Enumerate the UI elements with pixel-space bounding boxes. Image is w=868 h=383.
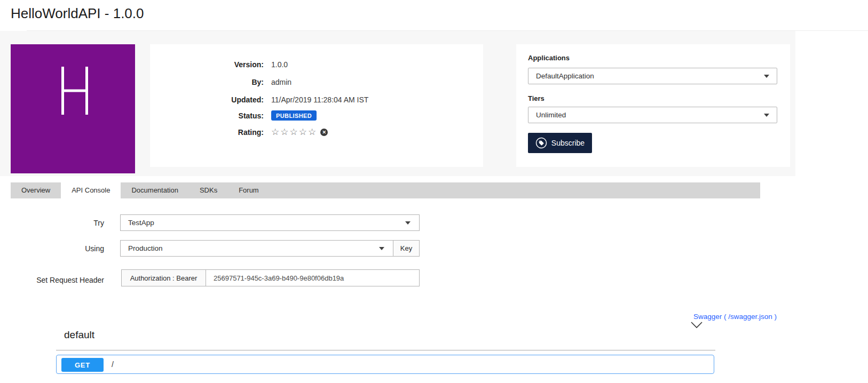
operation-path: /	[112, 360, 114, 369]
try-selected-value: TestApp	[128, 219, 154, 227]
api-info-card: Version:1.0.0 By:admin Updated:11/Apr/20…	[150, 44, 483, 167]
api-thumbnail	[11, 44, 135, 173]
request-header-box: Authorization : Bearer	[121, 269, 420, 286]
version-label: Version:	[150, 60, 264, 69]
key-button[interactable]: Key	[393, 240, 420, 257]
try-application-select[interactable]: TestApp	[120, 214, 420, 231]
chevron-down-icon[interactable]	[691, 321, 703, 331]
resource-section-title: default	[64, 329, 94, 341]
swagger-json-link[interactable]: Swagger ( /swagger.json )	[693, 313, 777, 321]
by-value: admin	[271, 78, 291, 86]
applications-select[interactable]: DefaultApplication	[528, 68, 777, 84]
tiers-selected-value: Unlimited	[536, 111, 566, 119]
authorization-header-name: Authorization : Bearer	[122, 270, 206, 286]
try-label: Try	[0, 219, 104, 227]
using-label: Using	[0, 244, 104, 253]
tab-sdks[interactable]: SDKs	[189, 182, 228, 198]
info-row-rating: Rating:☆☆☆☆☆✕	[150, 126, 483, 138]
tag-icon	[535, 137, 547, 149]
tiers-select[interactable]: Unlimited	[528, 107, 777, 123]
dropdown-arrow-icon	[764, 75, 769, 78]
tab-documentation[interactable]: Documentation	[121, 182, 188, 198]
info-row-updated: Updated:11/Apr/2019 11:28:04 AM IST	[150, 94, 483, 104]
applications-selected-value: DefaultApplication	[536, 72, 594, 80]
resource-section-divider	[56, 350, 715, 350]
info-row-by: By:admin	[150, 77, 483, 86]
tiers-label: Tiers	[528, 94, 545, 102]
using-selected-value: Production	[128, 244, 163, 252]
subscription-panel: Applications DefaultApplication Tiers Un…	[516, 44, 790, 167]
updated-value: 11/Apr/2019 11:28:04 AM IST	[271, 95, 368, 104]
version-value: 1.0.0	[271, 60, 288, 69]
dropdown-arrow-icon	[764, 114, 769, 117]
tab-forum[interactable]: Forum	[228, 182, 270, 198]
info-row-status: Status:PUBLISHED	[150, 110, 483, 121]
info-row-version: Version:1.0.0	[150, 59, 483, 69]
rating-label: Rating:	[150, 128, 264, 137]
rating-stars[interactable]: ☆☆☆☆☆	[271, 127, 317, 137]
status-badge: PUBLISHED	[271, 110, 317, 121]
dropdown-arrow-icon	[379, 247, 384, 250]
operation-row-get-root[interactable]: GET /	[56, 355, 714, 374]
get-method-button[interactable]: GET	[61, 358, 104, 372]
set-request-header-label: Set Request Header	[0, 276, 104, 284]
authorization-token-input[interactable]	[206, 270, 419, 286]
clear-rating-icon[interactable]: ✕	[320, 129, 328, 136]
subscribe-label: Subscribe	[551, 139, 585, 147]
thumbnail-letter-h	[61, 67, 89, 115]
by-label: By:	[150, 78, 264, 86]
tab-bar: Overview API Console Documentation SDKs …	[11, 182, 760, 198]
tab-overview[interactable]: Overview	[11, 182, 61, 198]
applications-label: Applications	[528, 54, 570, 62]
tab-api-console[interactable]: API Console	[61, 182, 121, 198]
updated-label: Updated:	[150, 95, 264, 104]
subscribe-button[interactable]: Subscribe	[528, 133, 592, 153]
status-label: Status:	[150, 111, 264, 120]
using-environment-select[interactable]: Production	[120, 240, 393, 257]
dropdown-arrow-icon	[405, 221, 411, 225]
api-store-page: HelloWorldAPI - 1.0.0 Version:1.0.0 By:a…	[0, 0, 868, 383]
page-title: HelloWorldAPI - 1.0.0	[11, 5, 144, 22]
